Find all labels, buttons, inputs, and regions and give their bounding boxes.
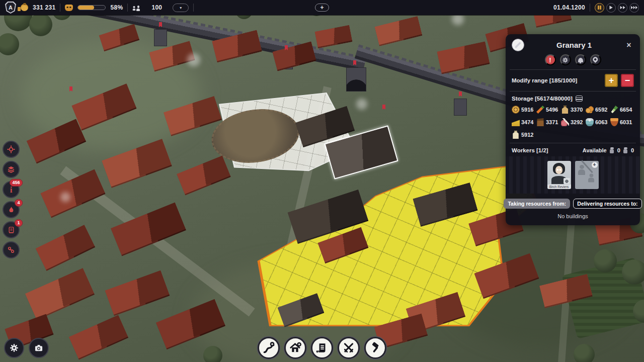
pause-button[interactable] <box>595 3 604 13</box>
jug-icon <box>586 118 594 126</box>
worker-silhouette-icon <box>588 174 595 183</box>
workers-header: Workers [1/2] Available 0 0 <box>512 147 634 153</box>
resource-fish-bowl[interactable]: 6031 <box>610 118 634 126</box>
military-button[interactable] <box>338 337 360 359</box>
gear-icon <box>9 343 19 353</box>
fire-alerts-button[interactable]: 4 <box>3 201 20 218</box>
build-road-button[interactable] <box>258 337 280 359</box>
tree <box>574 344 595 362</box>
fire-badge: 4 <box>15 199 23 207</box>
tree <box>594 249 617 273</box>
taking-resources-tab[interactable]: Taking resources from: <box>504 199 570 209</box>
settings-button[interactable] <box>4 338 24 358</box>
resource-value: 3292 <box>571 119 583 125</box>
top-bar: A 331 231 58% 100 ▼ + 01.04.1200 <box>0 0 644 15</box>
locate-target-button[interactable] <box>3 141 20 158</box>
bell-icon <box>578 58 583 62</box>
fast-forward-button[interactable] <box>618 3 627 13</box>
resource-barrel[interactable]: 5916 <box>512 106 535 114</box>
barrel-icon <box>512 106 520 114</box>
resource-carrots[interactable]: 5496 <box>536 106 560 114</box>
close-button[interactable]: × <box>624 40 634 50</box>
build-building-button[interactable] <box>284 337 306 359</box>
close-icon: × <box>626 41 631 50</box>
wall-tower <box>154 29 167 46</box>
layers-button[interactable] <box>3 161 20 178</box>
resource-cheese[interactable]: 3474 <box>512 118 535 126</box>
approval-mask-icon <box>65 5 73 11</box>
plus-icon: + <box>320 5 324 11</box>
topbar-expand-button[interactable]: + <box>315 4 329 12</box>
granary-panel: Granary 1 × ! Modify range [185/1000] + … <box>506 34 640 225</box>
building-settings-button[interactable] <box>560 54 571 65</box>
alert-button[interactable]: ! <box>545 54 556 65</box>
play-button[interactable] <box>606 3 616 13</box>
minus-icon: − <box>625 76 630 85</box>
building <box>177 155 231 195</box>
resource-jug[interactable]: 6063 <box>586 118 609 126</box>
resource-leather-bag[interactable]: 3371 <box>536 118 560 126</box>
corner-buttons <box>4 338 49 358</box>
available-worker-icon <box>609 147 615 153</box>
resource-leek[interactable]: 6654 <box>610 106 634 114</box>
population-dropdown[interactable]: ▼ <box>173 4 189 12</box>
game-logo[interactable]: A <box>5 2 16 14</box>
increase-range-button[interactable]: + <box>605 74 618 87</box>
screenshot-button[interactable] <box>29 338 49 358</box>
city-gate <box>346 67 366 92</box>
locate-building-button[interactable] <box>590 54 601 65</box>
grain-sack-icon <box>561 106 569 114</box>
info-button[interactable]: i 456 <box>3 181 20 198</box>
available-workers: Available 0 0 <box>583 147 634 153</box>
carrots-icon <box>536 106 544 114</box>
building <box>314 25 352 49</box>
available-builder-icon <box>622 147 629 153</box>
delivering-resources-tab[interactable]: Delivering resources to: <box>573 199 641 209</box>
ledger-button[interactable] <box>311 337 333 359</box>
left-sidebar: i 456 4 1 <box>3 141 20 258</box>
reports-badge: 1 <box>15 219 23 227</box>
worker-slot-occupied[interactable]: Birch Reviers <box>547 161 571 189</box>
info-icon: i <box>10 186 13 194</box>
approval-value: 58% <box>110 4 123 11</box>
building <box>36 225 96 271</box>
resource-grain-sack[interactable]: 3370 <box>561 106 585 114</box>
worker-name: Birch Reviers <box>547 185 571 189</box>
banner-flag <box>459 92 462 97</box>
decrease-range-button[interactable]: − <box>621 74 634 87</box>
logo-letter: A <box>6 3 15 13</box>
resource-value: 3370 <box>571 107 583 113</box>
fastest-icon <box>633 6 635 10</box>
resource-value: 5916 <box>521 107 533 113</box>
resource-eggs[interactable]: 6592 <box>586 106 609 114</box>
play-icon <box>609 6 613 10</box>
routes-button[interactable] <box>3 241 20 258</box>
add-worker-icon: + <box>592 162 598 168</box>
worker-slot-empty[interactable]: + <box>575 161 599 189</box>
resource-ham[interactable]: 3292 <box>561 118 585 126</box>
game-date: 01.04.1200 <box>553 4 585 11</box>
fast-forward-icon <box>622 6 625 10</box>
delivering-resources-label: Delivering resources to: <box>577 201 637 207</box>
resource-flour-sack[interactable]: 5912 <box>512 131 535 139</box>
storage-header: Storage [56174/80000] <box>512 96 634 102</box>
worker-slots: Birch Reviers + <box>506 156 640 194</box>
resource-value: 5912 <box>521 132 533 138</box>
layers-icon <box>7 165 16 174</box>
worker-silhouette-icon <box>578 165 586 175</box>
reports-button[interactable]: 1 <box>3 221 20 238</box>
tree <box>622 259 644 285</box>
panel-title: Granary 1 <box>524 41 624 49</box>
rename-button[interactable] <box>512 39 524 51</box>
gate-arch <box>347 68 366 91</box>
modify-range-row: Modify range [185/1000] + − <box>512 74 634 87</box>
build-toolbar <box>258 337 386 359</box>
notifications-button[interactable] <box>575 54 586 65</box>
building <box>25 268 95 320</box>
separator <box>60 4 60 12</box>
fish-bowl-icon <box>610 118 618 126</box>
demolish-button[interactable] <box>364 337 386 359</box>
divider <box>510 91 636 92</box>
fastest-speed-button[interactable] <box>629 3 639 13</box>
building <box>105 270 170 316</box>
